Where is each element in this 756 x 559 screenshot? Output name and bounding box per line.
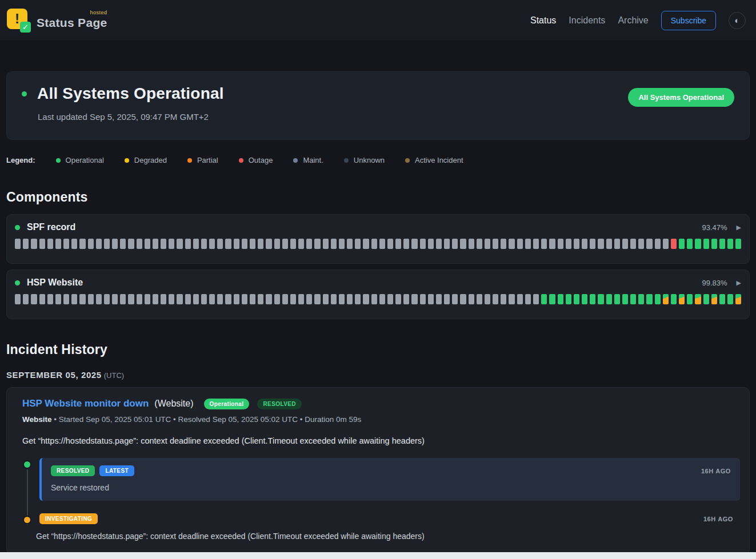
uptime-bar	[193, 294, 199, 304]
uptime-bar	[209, 239, 215, 249]
uptime-bar	[549, 294, 555, 304]
uptime-bar	[225, 294, 231, 304]
legend-dot	[56, 158, 61, 163]
uptime-bar	[646, 294, 652, 304]
uptime-bar	[622, 239, 628, 249]
uptime-bar	[582, 239, 587, 249]
uptime-bar	[509, 239, 514, 249]
uptime-bar	[274, 239, 280, 249]
nav-archive[interactable]: Archive	[618, 15, 648, 26]
component-card-spf-record: SPF record 93.47% ▶	[6, 214, 750, 264]
uptime-bar	[493, 239, 498, 249]
uptime-bar	[387, 239, 393, 249]
uptime-bar	[727, 239, 733, 249]
uptime-bar	[306, 239, 312, 249]
expand-component-caret-icon[interactable]: ▶	[737, 279, 741, 287]
uptime-bar	[411, 239, 417, 249]
uptime-bar	[638, 294, 644, 304]
incident-date-timezone: (UTC)	[104, 371, 124, 380]
legend-title: Legend:	[6, 156, 35, 164]
nav-status[interactable]: Status	[530, 15, 556, 26]
uptime-bar	[242, 239, 247, 249]
update-box-highlighted: RESOLVEDLATEST 16H AGO Service restored	[39, 458, 740, 501]
uptime-bar	[250, 239, 255, 249]
uptime-bar	[282, 294, 288, 304]
uptime-bar	[574, 294, 579, 304]
uptime-bar	[525, 294, 531, 304]
uptime-bar	[153, 239, 158, 249]
uptime-bar	[711, 239, 717, 249]
expand-component-caret-icon[interactable]: ▶	[737, 224, 741, 231]
uptime-bar	[31, 239, 37, 249]
update-box-plain: INVESTIGATING 16H AGO Get “https://hoste…	[39, 513, 740, 541]
uptime-bar	[71, 294, 77, 304]
uptime-bar	[71, 239, 77, 249]
uptime-bar	[735, 239, 741, 249]
uptime-bar	[687, 294, 693, 304]
uptime-bar	[314, 294, 320, 304]
uptime-bar	[517, 294, 523, 304]
uptime-bar	[614, 294, 620, 304]
uptime-bar	[47, 239, 53, 249]
uptime-bar	[735, 294, 741, 304]
uptime-bar	[339, 239, 345, 249]
legend-label: Maint.	[303, 156, 323, 164]
uptime-bar	[137, 294, 142, 304]
uptime-bar	[646, 239, 652, 249]
component-name: HSP Website	[27, 278, 83, 288]
uptime-bar	[558, 294, 563, 304]
uptime-bar	[339, 294, 345, 304]
uptime-bar	[88, 294, 94, 304]
theme-toggle-button[interactable]: ◐	[729, 12, 746, 29]
uptime-bar	[590, 294, 595, 304]
uptime-bar	[145, 239, 150, 249]
uptime-bar	[614, 239, 620, 249]
uptime-bar	[695, 294, 701, 304]
uptime-bar	[79, 294, 85, 304]
nav-incidents[interactable]: Incidents	[569, 15, 605, 26]
uptime-bar	[395, 239, 401, 249]
legend-dot	[187, 158, 192, 163]
uptime-bar	[533, 294, 539, 304]
latest-badge: LATEST	[99, 465, 134, 476]
uptime-bar	[371, 239, 377, 249]
subscribe-button[interactable]: Subscribe	[661, 11, 716, 30]
resolved-badge: RESOLVED	[257, 399, 301, 409]
uptime-percentage: 99.83%	[702, 279, 727, 287]
component-status-dot	[15, 225, 20, 230]
uptime-bar	[679, 239, 685, 249]
uptime-bar	[185, 294, 191, 304]
uptime-bar	[120, 294, 126, 304]
uptime-bar	[177, 294, 182, 304]
uptime-bar	[630, 239, 636, 249]
logo-icon: ! ✓	[7, 9, 31, 33]
uptime-bar	[331, 239, 337, 249]
uptime-bar	[477, 294, 482, 304]
investigating-badge: INVESTIGATING	[39, 513, 98, 524]
overall-status-badge: All Systems Operational	[628, 88, 734, 107]
uptime-bar	[185, 239, 191, 249]
uptime-bar	[469, 239, 474, 249]
uptime-bar	[403, 294, 409, 304]
last-updated-text: Last updated Sep 5, 2025, 09:47 PM GMT+2	[38, 112, 224, 122]
uptime-bar	[250, 294, 255, 304]
uptime-bar	[493, 294, 498, 304]
uptime-bar	[582, 294, 587, 304]
incident-date-heading: SEPTEMBER 05, 2025(UTC)	[6, 370, 750, 380]
incident-title-link[interactable]: HSP Website monitor down	[22, 398, 149, 409]
uptime-bar	[39, 239, 45, 249]
uptime-bar	[145, 294, 150, 304]
update-badges: INVESTIGATING	[39, 513, 98, 524]
incident-meta-component: Website	[22, 415, 52, 424]
uptime-bar	[727, 294, 733, 304]
brand[interactable]: ! ✓ hosted Status Page	[7, 9, 107, 33]
update-status-dot-orange	[23, 516, 31, 524]
uptime-bar	[347, 294, 353, 304]
uptime-bar	[436, 294, 442, 304]
update-message: Service restored	[51, 483, 731, 492]
overall-status-title: All Systems Operational	[37, 85, 224, 103]
uptime-bar	[88, 239, 94, 249]
uptime-bar	[96, 294, 102, 304]
uptime-bar-chart	[15, 294, 741, 304]
uptime-bar	[541, 294, 547, 304]
